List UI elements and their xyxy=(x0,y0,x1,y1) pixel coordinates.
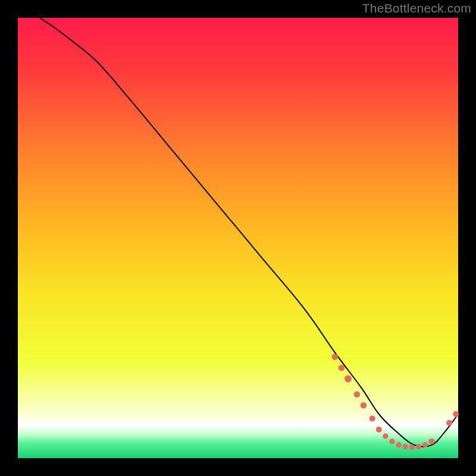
point-p1 xyxy=(332,354,339,361)
point-p3 xyxy=(345,375,352,383)
point-p12 xyxy=(409,444,415,450)
point-p5 xyxy=(361,402,367,409)
plot-background xyxy=(18,18,458,458)
point-p15 xyxy=(429,439,435,444)
point-p13 xyxy=(416,444,421,449)
point-p10 xyxy=(396,442,401,447)
point-p8 xyxy=(383,433,388,439)
point-p14 xyxy=(422,442,428,447)
point-p2 xyxy=(339,365,345,371)
point-p16 xyxy=(446,420,452,426)
point-p17 xyxy=(453,411,459,417)
point-p7 xyxy=(376,427,382,433)
point-p11 xyxy=(403,444,408,449)
watermark-text: TheBottleneck.com xyxy=(362,1,471,15)
point-p9 xyxy=(389,439,394,444)
point-p6 xyxy=(369,415,375,421)
point-p4 xyxy=(354,391,361,397)
chart-stage xyxy=(0,0,476,476)
bottleneck-chart xyxy=(0,0,476,476)
